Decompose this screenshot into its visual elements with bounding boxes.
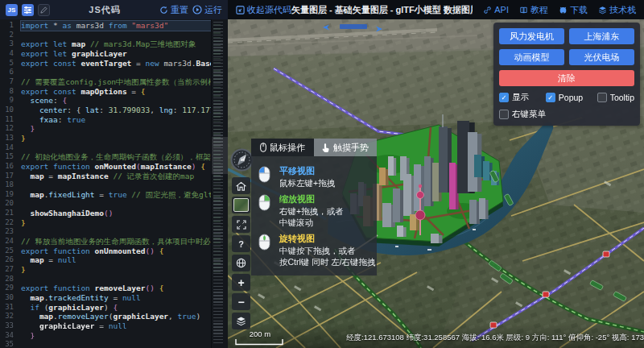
edit-icon[interactable] bbox=[38, 4, 50, 16]
reset-button[interactable]: 重置 bbox=[159, 4, 188, 16]
animated-model-button[interactable]: 动画模型 bbox=[499, 49, 564, 65]
run-button[interactable]: 运行 bbox=[192, 4, 222, 16]
code-line[interactable]: 16export function onMounted(mapInstance)… bbox=[0, 162, 228, 172]
checkbox-box[interactable] bbox=[499, 110, 509, 119]
code-line[interactable]: 32 map.removeLayer(graphicLayer, true) bbox=[0, 312, 228, 321]
mouse-icon bbox=[260, 143, 266, 152]
code-line[interactable]: 3export let map // mars3d.Map三维地图对象 bbox=[0, 39, 228, 49]
code-line[interactable]: 15// 初始化地图业务，生命周期钩子函数（必须），框架在地图初始 bbox=[0, 152, 228, 162]
link-tech-stack[interactable]: 技术栈 bbox=[598, 4, 636, 16]
code-line[interactable]: 29export function removeLayer() { bbox=[0, 284, 228, 293]
layers-icon bbox=[236, 316, 246, 326]
code-line[interactable]: 34 } bbox=[0, 331, 228, 341]
link-tutorial[interactable]: 教程 bbox=[519, 4, 548, 16]
link-icon bbox=[483, 6, 492, 14]
code-line[interactable]: 20 bbox=[0, 199, 228, 209]
code-line[interactable]: 23 bbox=[0, 227, 228, 237]
minimap-viewport[interactable] bbox=[212, 137, 228, 174]
code-line[interactable]: 31 if (graphicLayer) { bbox=[0, 303, 228, 313]
code-line[interactable]: 11 fxaa: true bbox=[0, 115, 228, 125]
help-content: 平移视图 鼠标左键+拖拽 缩放视图 右键+拖拽，或者 中键滚动 旋转视图 中键按… bbox=[251, 156, 377, 276]
zoom-out-icon: − bbox=[237, 296, 244, 308]
code-line[interactable]: 27} bbox=[0, 265, 228, 275]
code-line[interactable]: 1import * as mars3d from "mars3d" bbox=[0, 21, 228, 31]
code-line[interactable]: 6 bbox=[0, 68, 228, 77]
checkbox-show[interactable]: ✓显示 bbox=[499, 92, 546, 103]
code-line[interactable]: 9 scene: { bbox=[0, 96, 228, 106]
checkbox-tooltip[interactable]: Tooltip bbox=[597, 93, 634, 102]
code-line[interactable]: 7// 需要覆盖config.json中地图属性参数（当前示例框架中无效） bbox=[0, 77, 228, 87]
code-line[interactable]: 19 map.fixedLight = true // 固定光照，避免gltf模… bbox=[0, 190, 228, 200]
mouse-middle-button-icon bbox=[258, 233, 275, 268]
js-badge: JS bbox=[6, 4, 18, 16]
code-line[interactable]: 4export let graphicLayer bbox=[0, 49, 228, 59]
code-line[interactable]: 28 bbox=[0, 275, 228, 284]
sliders-icon[interactable] bbox=[22, 4, 34, 16]
collapse-icon bbox=[236, 6, 245, 14]
globe-icon bbox=[236, 258, 246, 268]
code-line[interactable]: 35 bbox=[0, 340, 228, 348]
home-view-button[interactable] bbox=[232, 177, 250, 194]
code-line[interactable]: 2 bbox=[0, 31, 228, 40]
zoom-out-button[interactable]: − bbox=[232, 293, 250, 310]
code-editor[interactable]: 1import * as mars3d from "mars3d"23expor… bbox=[0, 19, 228, 348]
reset-icon bbox=[159, 6, 168, 14]
code-line[interactable]: 21 showShanghaiDemo() bbox=[0, 209, 228, 218]
map-scale-bar: 200 m bbox=[234, 329, 286, 346]
code-line[interactable]: 30 map.trackedEntity = null bbox=[0, 293, 228, 303]
checkbox-popup[interactable]: ✓Popup bbox=[546, 93, 597, 102]
code-line[interactable]: 26 map = null bbox=[0, 255, 228, 265]
top-bar: JS JS代码 重置 运行 收起源代码 矢量图层 - 基础矢量图层 - glTF… bbox=[0, 0, 644, 19]
map-header: 收起源代码 矢量图层 - 基础矢量图层 - glTF小模型 数据图层 API 教… bbox=[228, 0, 644, 19]
checkbox-context-menu[interactable]: 右键菜单 bbox=[499, 109, 546, 120]
touch-hand-icon bbox=[322, 143, 330, 152]
checkbox-box[interactable] bbox=[597, 93, 607, 102]
collapse-source-button[interactable]: 收起源代码 bbox=[236, 4, 291, 16]
demo-control-panel: 风力发电机 上海浦东 动画模型 光伏电场 清除 ✓显示 ✓Popup Toolt… bbox=[493, 23, 640, 126]
layers-button[interactable] bbox=[232, 313, 250, 329]
code-line[interactable]: 5export const eventTarget = new mars3d.B… bbox=[0, 59, 228, 68]
zoom-in-button[interactable]: + bbox=[232, 274, 250, 291]
home-icon bbox=[236, 181, 246, 191]
link-api[interactable]: API bbox=[483, 5, 509, 14]
solar-farm-button[interactable]: 光伏电场 bbox=[569, 49, 634, 65]
fullscreen-button[interactable] bbox=[232, 216, 250, 233]
tab-touch-gestures[interactable]: 触摸手势 bbox=[314, 139, 377, 156]
book-icon bbox=[519, 6, 528, 14]
code-line[interactable]: 14 bbox=[0, 143, 228, 153]
link-download[interactable]: 下载 bbox=[559, 4, 588, 16]
code-line[interactable]: 25export function onUnmounted() { bbox=[0, 246, 228, 256]
help-group-title: 缩放视图 bbox=[279, 193, 344, 205]
tab-mouse-operations[interactable]: 鼠标操作 bbox=[251, 139, 314, 156]
checkbox-box[interactable]: ✓ bbox=[546, 93, 555, 102]
stack-icon bbox=[598, 6, 607, 14]
clear-button[interactable]: 清除 bbox=[499, 70, 634, 86]
navigation-help-panel: 鼠标操作 触摸手势 平移视图 鼠标左键+拖拽 缩放视图 右键+拖拽，或者 中键滚… bbox=[251, 139, 377, 276]
editor-title: JS代码 bbox=[54, 4, 155, 16]
code-line[interactable]: 10 center: { lat: 31.799033, lng: 117.17… bbox=[0, 106, 228, 115]
code-line[interactable]: 33 graphicLayer = null bbox=[0, 321, 228, 331]
help-group-title: 旋转视图 bbox=[279, 233, 376, 245]
compass-icon[interactable] bbox=[230, 148, 254, 172]
code-line[interactable]: 17 map = mapInstance // 记录首次创建的map bbox=[0, 172, 228, 181]
wind-turbine-button[interactable]: 风力发电机 bbox=[499, 28, 564, 44]
checkbox-box[interactable]: ✓ bbox=[499, 93, 509, 102]
help-line: 中键滚动 bbox=[279, 217, 344, 229]
help-group-rotate: 旋转视图 中键按下拖拽，或者 按Ctrl键 同时 左/右键拖拽 bbox=[258, 233, 369, 268]
globe-projection-button[interactable] bbox=[232, 255, 250, 271]
code-line[interactable]: 24// 释放当前地图业务的生命周期函数，具体项目中时必须写o bbox=[0, 237, 228, 246]
code-line[interactable]: 12 } bbox=[0, 124, 228, 134]
github-icon bbox=[559, 6, 568, 14]
help-line: 按Ctrl键 同时 左/右键拖拽 bbox=[279, 256, 376, 268]
code-line[interactable]: 18 bbox=[0, 180, 228, 190]
code-line[interactable]: 13} bbox=[0, 134, 228, 143]
code-line[interactable]: 8export const mapOptions = { bbox=[0, 87, 228, 97]
page-title: 矢量图层 - 基础矢量图层 - glTF小模型 数据图层 bbox=[291, 4, 473, 16]
code-line[interactable]: 22} bbox=[0, 218, 228, 228]
shanghai-pudong-button[interactable]: 上海浦东 bbox=[569, 28, 634, 44]
help-button[interactable]: ? bbox=[232, 235, 250, 252]
editor-minimap[interactable] bbox=[211, 19, 228, 348]
help-line: 鼠标左键+拖拽 bbox=[279, 177, 335, 189]
basemap-switch-button[interactable] bbox=[232, 197, 250, 213]
help-icon: ? bbox=[238, 239, 244, 249]
